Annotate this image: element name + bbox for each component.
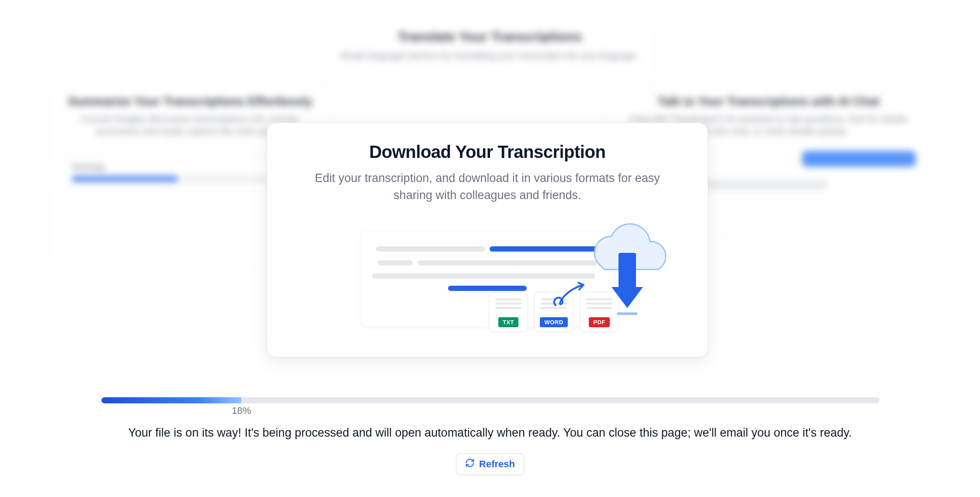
progress-fill <box>101 397 241 403</box>
bg-card-translate-title: Translate Your Transcriptions <box>338 29 641 44</box>
modal-description: Edit your transcription, and download it… <box>291 170 684 204</box>
bg-card-translate: Translate Your Transcriptions Break lang… <box>323 18 656 88</box>
bg-chat-bubble <box>802 151 916 167</box>
progress-label: 18% <box>232 405 251 416</box>
progress-bar: 18% <box>101 397 879 403</box>
bg-card-summarize-title: Summarize Your Transcriptions Effortless… <box>63 95 318 108</box>
refresh-button-label: Refresh <box>479 458 515 470</box>
refresh-icon <box>465 458 475 470</box>
bg-card-aichat-title: Talk to Your Transcriptions with AI Chat <box>621 95 916 108</box>
processing-status-text: Your file is on its way! It's being proc… <box>0 426 980 440</box>
download-transcription-card: Download Your Transcription Edit your tr… <box>267 122 708 357</box>
format-badge-txt: TXT <box>498 317 518 327</box>
cloud-download-icon <box>575 222 675 320</box>
refresh-button[interactable]: Refresh <box>456 453 524 475</box>
file-icon-txt: TXT <box>489 292 528 332</box>
bg-card-translate-desc: Break language barriers by translating y… <box>338 49 641 62</box>
format-badge-word: WORD <box>540 317 567 327</box>
svg-rect-1 <box>617 312 638 315</box>
svg-rect-0 <box>619 253 636 288</box>
modal-title: Download Your Transcription <box>291 142 684 162</box>
progress-track <box>101 397 879 403</box>
download-illustration: TXT WORD PDF <box>291 222 684 336</box>
